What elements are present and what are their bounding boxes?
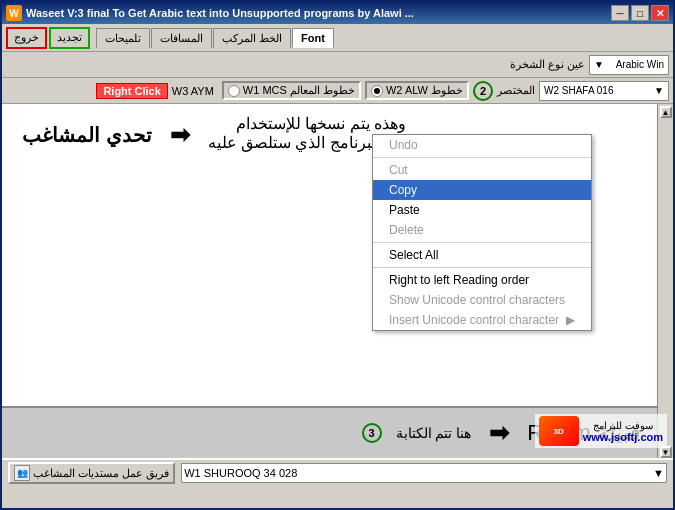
team-button[interactable]: 👥 فريق عمل مستديات المشاغب: [8, 462, 175, 484]
watermark: 3D سوفت للبرامج www.jsoftj.com: [535, 414, 667, 448]
shafa-combo[interactable]: W2 SHAFA 016 ▼: [539, 81, 669, 101]
tab-hints[interactable]: تلميحات: [96, 28, 150, 48]
tab-strip: تلميحات المسافات الخط المرکب Font: [96, 28, 334, 48]
ctx-undo[interactable]: Undo: [373, 135, 591, 155]
ctx-copy[interactable]: Copy: [373, 180, 591, 200]
status-bar: 👥 فريق عمل مستديات المشاغب W1 SHUROOQ 34…: [2, 458, 673, 486]
new-button[interactable]: تجديد: [49, 27, 90, 49]
ctx-sep3: [373, 267, 591, 268]
content-arrow: ➡: [170, 121, 190, 149]
tab-font[interactable]: Font: [292, 28, 334, 48]
minimize-button[interactable]: ─: [611, 5, 629, 21]
ctx-sep1: [373, 157, 591, 158]
watermark-text: سوفت للبرامج www.jsoftj.com: [583, 420, 663, 443]
title-bar: W Waseet V:3 final To Get Arabic text in…: [2, 2, 673, 24]
lower-step-label: هنا تتم الكتابة: [396, 425, 472, 441]
title-bar-left: W Waseet V:3 final To Get Arabic text in…: [6, 5, 414, 21]
mukhtasar-label: المختصر: [497, 84, 535, 97]
marker-bar: W2 SHAFA 016 ▼ المختصر 2 خطوط W2 ALW خطو…: [2, 78, 673, 104]
close-button[interactable]: ✕: [651, 5, 669, 21]
right-click-badge: Right Click: [96, 83, 167, 99]
toolbar: خروج تجديد تلميحات المسافات الخط المرکب …: [2, 24, 673, 52]
ctx-insert-unicode: Insert Unicode control character ▶: [373, 310, 591, 330]
arabic-win-combo[interactable]: Arabic Win ▼: [589, 55, 669, 75]
w3-label: W3 AYM: [172, 85, 214, 97]
context-menu: Undo Cut Copy Paste Delete Select All Ri…: [372, 134, 592, 331]
font-bar: Arabic Win ▼ عين نوع الشخرة: [2, 52, 673, 78]
app-icon: W: [6, 5, 22, 21]
step3-badge: 3: [362, 423, 382, 443]
step2-badge: 2: [473, 81, 493, 101]
exit-button[interactable]: خروج: [6, 27, 47, 49]
ctx-show-unicode: Show Unicode control characters: [373, 290, 591, 310]
maximize-button[interactable]: □: [631, 5, 649, 21]
ctx-select-all[interactable]: Select All: [373, 245, 591, 265]
lower-arrow: ➡: [489, 419, 509, 447]
scroll-up[interactable]: ▲: [660, 106, 672, 118]
team-icon: 👥: [14, 465, 30, 481]
vertical-scrollbar[interactable]: ▲ ▼: [657, 104, 673, 458]
tab-compound[interactable]: الخط المرکب: [213, 28, 291, 48]
ctx-rtl-order[interactable]: Right to left Reading order: [373, 270, 591, 290]
font-type-label: عين نوع الشخرة: [510, 58, 585, 71]
radio-w1[interactable]: [228, 85, 240, 97]
main-window: W Waseet V:3 final To Get Arabic text in…: [0, 0, 675, 510]
radio-w2[interactable]: [371, 85, 383, 97]
logo-icon: 3D: [539, 416, 579, 446]
ctx-paste[interactable]: Paste: [373, 200, 591, 220]
challenge-text: تحدي المشاغب: [22, 123, 152, 147]
marker-group-w2[interactable]: خطوط W2 ALW: [365, 81, 469, 100]
tab-spacing[interactable]: المسافات: [151, 28, 212, 48]
ctx-sep2: [373, 242, 591, 243]
marker-group-w1[interactable]: خطوط المعالم W1 MCS: [222, 81, 361, 100]
title-buttons: ─ □ ✕: [611, 5, 669, 21]
font-status-combo[interactable]: W1 SHUROOQ 34 028 ▼: [181, 463, 667, 483]
window-title: Waseet V:3 final To Get Arabic text into…: [26, 7, 414, 19]
team-label: فريق عمل مستديات المشاغب: [33, 467, 169, 480]
ctx-cut[interactable]: Cut: [373, 160, 591, 180]
scroll-track: [660, 120, 672, 444]
ctx-delete[interactable]: Delete: [373, 220, 591, 240]
content-area: وهذه يتم نسخها للإستخدام في البرنامج الذ…: [2, 104, 673, 486]
